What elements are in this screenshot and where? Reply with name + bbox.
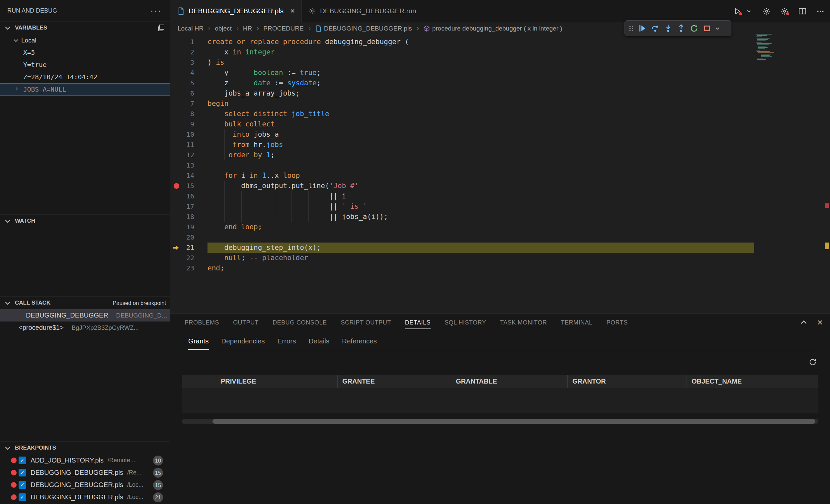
call-stack-frame[interactable]: <procedure$1>BgJPXp2B3ZpGyRWZ...	[0, 322, 170, 334]
breadcrumb-item[interactable]: HR	[243, 25, 252, 32]
code-line[interactable]: 9 bulk collect	[170, 119, 754, 129]
stop-dropdown-chevron-icon[interactable]	[713, 22, 722, 34]
gutter[interactable]: 18	[170, 212, 208, 222]
gutter[interactable]: 9	[170, 119, 208, 129]
breakpoint-checkbox[interactable]: ✓	[19, 469, 26, 476]
run-or-debug-button[interactable]	[732, 6, 742, 16]
subtab-dependencies[interactable]: Dependencies	[215, 332, 271, 351]
code-line[interactable]: 12 order by 1;	[170, 150, 754, 160]
code-line[interactable]: 6 jobs_a array_jobs;	[170, 88, 754, 99]
breakpoint-checkbox[interactable]: ✓	[19, 481, 26, 489]
breakpoint-checkbox[interactable]: ✓	[19, 457, 26, 464]
breakpoint-checkbox[interactable]: ✓	[19, 493, 26, 501]
call-stack-section-header[interactable]: CALL STACK Paused on breakpoint	[0, 297, 170, 309]
editor-tab[interactable]: DEBUGGING_DEBUGGER.run	[302, 0, 423, 22]
breakpoint-row[interactable]: ✓DEBUGGING_DEBUGGER.pls/Loc...21	[0, 491, 170, 503]
more-actions-icon[interactable]	[816, 6, 825, 16]
run-dropdown-chevron-icon[interactable]	[744, 6, 754, 16]
variables-scope-row[interactable]: Local	[0, 34, 170, 46]
breadcrumb-item[interactable]: procedure debugging_debugger ( x in inte…	[423, 25, 563, 32]
code-line[interactable]: 14 for i in 1..x loop	[170, 171, 754, 181]
step-out-button[interactable]	[675, 22, 687, 34]
gutter[interactable]: 4	[170, 68, 208, 78]
code-line[interactable]: 17 || ' is '	[170, 201, 754, 212]
variable-row[interactable]: JOBS_A = NULL	[0, 83, 170, 96]
panel-tab-output[interactable]: OUTPUT	[226, 313, 265, 332]
gutter[interactable]: 1	[170, 37, 208, 47]
step-into-button[interactable]	[662, 22, 674, 34]
gutter[interactable]: 8	[170, 109, 208, 119]
gutter[interactable]: 22	[170, 253, 208, 263]
variable-row[interactable]: X = 5	[0, 46, 170, 59]
debug-config-gear-icon[interactable]	[779, 6, 790, 16]
code-line[interactable]: 8 select distinct job_title	[170, 109, 754, 119]
panel-tab-task-monitor[interactable]: TASK MONITOR	[493, 313, 554, 332]
gutter[interactable]: 11	[170, 140, 208, 150]
panel-tab-details[interactable]: DETAILS	[398, 313, 438, 332]
restart-button[interactable]	[688, 22, 700, 34]
refresh-icon[interactable]	[808, 357, 818, 367]
subtab-grants[interactable]: Grants	[182, 332, 215, 351]
panel-tab-terminal[interactable]: TERMINAL	[554, 313, 600, 332]
subtab-references[interactable]: References	[336, 332, 383, 351]
panel-tab-sql-history[interactable]: SQL HISTORY	[438, 313, 493, 332]
watch-section-header[interactable]: WATCH	[0, 215, 170, 227]
gutter[interactable]: 3	[170, 57, 208, 68]
code-line[interactable]: 15 dbms_output.put_line('Job #'	[170, 181, 754, 191]
minimap[interactable]	[754, 33, 784, 61]
panel-tab-problems[interactable]: PROBLEMS	[178, 313, 226, 332]
code-line[interactable]: 3) is	[170, 57, 754, 68]
gutter[interactable]: 14	[170, 171, 208, 181]
scrollbar-thumb[interactable]	[213, 419, 816, 424]
subtab-details[interactable]: Details	[302, 332, 336, 351]
editor-tab[interactable]: DEBUGGING_DEBUGGER.pls×	[170, 0, 302, 22]
panel-tab-debug-console[interactable]: DEBUG CONSOLE	[265, 313, 334, 332]
breakpoint-row[interactable]: ✓DEBUGGING_DEBUGGER.pls/Loc...15	[0, 479, 170, 491]
code-line[interactable]: 4 y boolean := true;	[170, 68, 754, 78]
gutter[interactable]: 23	[170, 263, 208, 273]
panel-tab-ports[interactable]: PORTS	[600, 313, 635, 332]
variables-section-header[interactable]: VARIABLES	[0, 22, 170, 34]
gutter[interactable]: 21	[170, 242, 208, 253]
gutter[interactable]: 6	[170, 88, 208, 99]
code-line[interactable]: 21 debugging_step_into(x);	[170, 242, 754, 253]
code-editor[interactable]: 1create or replace procedure debugging_d…	[170, 35, 830, 313]
code-line[interactable]: 20	[170, 232, 754, 242]
gutter[interactable]: 16	[170, 191, 208, 201]
code-line[interactable]: 1create or replace procedure debugging_d…	[170, 37, 754, 47]
gutter[interactable]: 15	[170, 181, 208, 191]
gutter[interactable]: 19	[170, 222, 208, 232]
code-line[interactable]: 23end;	[170, 263, 754, 273]
sidebar-more-actions-icon[interactable]: ···	[150, 6, 162, 15]
gutter[interactable]: 13	[170, 160, 208, 171]
call-stack-frame[interactable]: DEBUGGING_DEBUGGERDEBUGGING_DE...	[0, 309, 170, 322]
tab-close-icon[interactable]: ×	[290, 7, 295, 15]
split-editor-icon[interactable]	[797, 6, 807, 16]
continue-button[interactable]	[636, 22, 648, 34]
gutter[interactable]: 2	[170, 47, 208, 57]
variable-row[interactable]: Z = 28/10/24 14:04:42	[0, 71, 170, 83]
code-line[interactable]: 19 end loop;	[170, 222, 754, 232]
horizontal-scrollbar[interactable]	[182, 419, 819, 424]
code-line[interactable]: 13	[170, 160, 754, 171]
overview-ruler[interactable]	[824, 22, 830, 313]
code-line[interactable]: 10 into jobs_a	[170, 129, 754, 140]
stop-button[interactable]	[701, 22, 713, 34]
code-line[interactable]: 2 x in integer	[170, 47, 754, 57]
gutter[interactable]: 12	[170, 150, 208, 160]
gutter[interactable]: 10	[170, 129, 208, 140]
breadcrumb-item[interactable]: object	[215, 25, 232, 32]
breakpoint-row[interactable]: ✓DEBUGGING_DEBUGGER.pls/Re...15	[0, 467, 170, 479]
variable-row[interactable]: Y = true	[0, 59, 170, 71]
subtab-errors[interactable]: Errors	[271, 332, 302, 351]
code-line[interactable]: 11 from hr.jobs	[170, 140, 754, 150]
code-line[interactable]: 22 null; -- placeholder	[170, 253, 754, 263]
breadcrumb-item[interactable]: PROCEDURE	[263, 25, 304, 32]
settings-gear-icon[interactable]	[762, 6, 772, 16]
open-view-icon[interactable]	[156, 23, 166, 33]
step-over-button[interactable]	[649, 22, 661, 34]
breakpoint-row[interactable]: ✓ADD_JOB_HISTORY.pls/Remote ...10	[0, 454, 170, 467]
gutter[interactable]: 5	[170, 78, 208, 88]
panel-tab-script-output[interactable]: SCRIPT OUTPUT	[334, 313, 398, 332]
gutter[interactable]: 20	[170, 232, 208, 242]
